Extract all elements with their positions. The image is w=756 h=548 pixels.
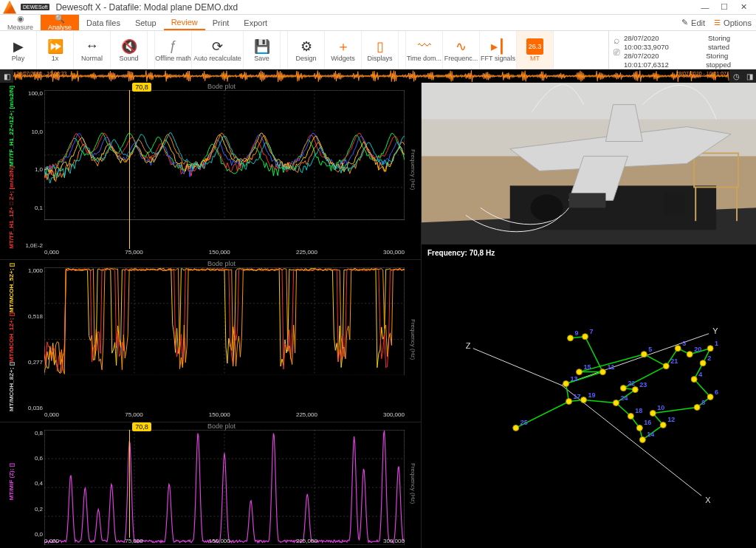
window-title: Dewesoft X - Datafile: Modal plane DEMO.… [55,2,238,13]
tab-mt[interactable]: 26.3MT [517,31,554,69]
offline-math[interactable]: ƒOffline math [155,31,192,69]
cursor-value: 70,8 [132,83,151,92]
svg-point-44 [531,194,563,221]
svg-text:12: 12 [667,416,675,423]
timeline[interactable]: ◧ 28/07/2020 - 10:00:33 28/07/2020 - 10:… [0,69,756,83]
tab-frequenc[interactable]: ∿Frequenc... [443,31,480,69]
search-icon: 🔍 [55,14,65,24]
cycle-icon: ⟳ [212,38,223,55]
svg-point-87 [641,352,647,357]
save-button[interactable]: 💾Save [244,31,281,69]
timeline-start: 28/07/2020 - 10:00:33 [16,71,67,76]
mode-measure[interactable]: ◉ Measure [0,15,41,30]
spectrum-icon: ∿ [456,38,467,55]
x-axis-label: Frequency (Hz) [410,319,416,360]
svg-line-57 [644,355,666,366]
plus-icon: ＋ [337,38,350,55]
svg-text:5: 5 [648,346,652,353]
mode-analyse[interactable]: 🔍 Analyse [41,15,79,30]
bode-plot-mcoh[interactable]: MT/MCOH_5Z+; []MT/MCOH_1Z+; []MT/MCOH_8Z… [0,259,421,422]
svg-text:14: 14 [647,431,654,438]
svg-point-93 [707,394,713,400]
svg-point-117 [628,413,633,419]
menu-setup[interactable]: Setup [128,15,164,30]
svg-point-123 [632,386,638,392]
design-button[interactable]: ⚙Design [288,31,325,69]
modal-geometry-view[interactable]: Frequency: 70,8 Hz XYZ123452021678910111… [422,244,756,548]
svg-text:23: 23 [639,380,647,388]
displays-button[interactable]: ▯Displays [362,31,399,69]
gauge-icon: ◉ [17,14,24,24]
auto-recalc[interactable]: ⟳Auto recalculate [192,31,244,69]
svg-text:1: 1 [715,340,718,347]
y-axis: 0,80,60,40,20,0 [22,430,44,538]
mt-badge: 26.3 [526,38,544,55]
edit-link[interactable]: ✎Edit [677,18,709,27]
clock-icon[interactable]: ◷ [729,69,743,83]
speaker-mute-icon: 🔇 [121,38,137,55]
svg-text:10: 10 [657,404,664,411]
svg-point-115 [566,398,572,404]
svg-line-48 [562,334,709,386]
sound-button[interactable]: 🔇Sound [111,31,148,69]
bode-plot-tf[interactable]: MT/TF_H1_2Z+/1Z+; [m/s2/N]MT/TF_H1_1Z+□Z… [0,83,421,259]
svg-text:17: 17 [574,392,581,400]
menu-data-files[interactable]: Data files [79,15,128,30]
close-button[interactable]: ✕ [734,0,753,15]
bode-plot-mif[interactable]: MT/MIF (Z); [] Bode plot 70,8 0,80,60,40… [0,422,421,548]
plot-title: Bode plot [207,422,236,430]
play-icon: ▶ [13,38,24,55]
svg-text:25: 25 [520,419,528,426]
timeline-end: 28/07/2020 - 10:01:07 [676,71,726,76]
svg-line-49 [473,349,562,386]
camera-view[interactable] [422,83,756,244]
fft-icon: ▸┃ [491,38,506,55]
options-link[interactable]: ☰Options [709,18,756,27]
svg-text:3: 3 [682,340,686,347]
frequency-readout: Frequency: 70,8 Hz [427,249,495,257]
mode-normal[interactable]: ↔Normal [74,31,111,69]
app-logo-icon [3,1,16,14]
menu-review[interactable]: Review [164,15,205,30]
cursor-line[interactable] [129,90,130,249]
svg-text:16: 16 [644,419,651,426]
displays-icon: ▯ [377,38,384,55]
play-button[interactable]: ▶Play [0,31,37,69]
svg-point-97 [694,404,700,410]
svg-point-121 [620,385,626,391]
speed-button[interactable]: ⏩1x [37,31,74,69]
tab-fft[interactable]: ▸┃FFT signals [480,31,517,69]
widgets-button[interactable]: ＋Widgets [325,31,362,69]
svg-point-85 [691,377,697,383]
timeline-right-icon[interactable]: ◨ [743,69,756,83]
menu-print[interactable]: Print [205,15,237,30]
toolbar: ▶Play ⏩1x ↔Normal 🔇Sound ƒOffline math ⟳… [0,31,756,69]
svg-point-127 [513,425,519,431]
app-badge: DEWESoft [21,4,49,10]
svg-text:18: 18 [635,407,642,414]
svg-point-95 [583,334,588,340]
maximize-button[interactable]: ☐ [715,0,734,15]
svg-point-89 [687,352,693,357]
plot-title: Bode plot [207,83,236,90]
svg-point-109 [639,436,645,442]
y-axis: 1,0000,5180,2770,036 [22,267,44,411]
svg-text:13: 13 [571,374,578,382]
cursor-line[interactable] [129,430,130,538]
pencil-icon: ✎ [681,18,688,27]
cursor-value: 70,8 [132,422,151,431]
svg-point-113 [636,425,642,431]
svg-text:2: 2 [707,355,711,362]
tab-timedom[interactable]: 〰Time dom... [406,31,443,69]
menu-bar: ◉ Measure 🔍 Analyse Data files Setup Rev… [0,15,756,31]
reel-icon: ⌕⎚ [614,34,619,66]
menu-export[interactable]: Export [236,15,275,30]
svg-text:4: 4 [698,371,702,378]
timeline-left-icon[interactable]: ◧ [0,69,13,83]
svg-rect-46 [664,193,685,215]
svg-text:7: 7 [589,328,593,335]
svg-point-101 [650,410,656,416]
status-panel: ⌕⎚ 28/07/2020 10:00:33,9070Storing start… [608,31,756,69]
minimize-button[interactable]: — [695,0,715,15]
main-area: MT/TF_H1_2Z+/1Z+; [m/s2/N]MT/TF_H1_1Z+□Z… [0,83,756,548]
